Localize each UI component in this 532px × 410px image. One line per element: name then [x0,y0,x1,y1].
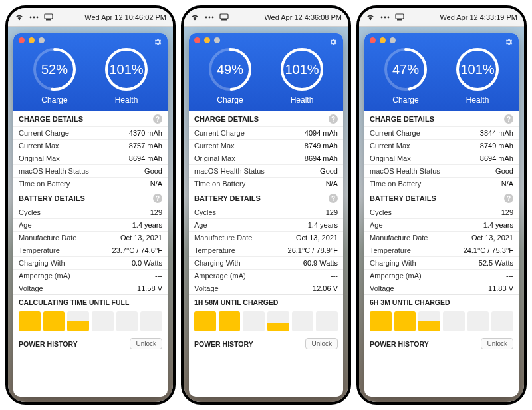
charge-ring: 47% [382,46,429,93]
more-icon[interactable] [29,15,39,19]
detail-row: macOS Health StatusGood [364,164,519,177]
history-bar [116,311,138,331]
svg-point-11 [212,16,214,18]
health-percent: 101% [279,46,325,93]
health-percent: 101% [454,46,501,93]
svg-point-9 [205,16,207,18]
history-bar [19,311,41,331]
charge-status: CALCULATING TIME UNTIL FULL [13,294,168,309]
details-scroll[interactable]: CHARGE DETAILS? Current Charge3844 mAhCu… [364,111,519,397]
detail-row: Manufacture DateOct 13, 2021 [189,231,343,244]
wifi-icon[interactable] [366,13,375,21]
app-window: 52% Charge 101% Health CHARGE DETAILS? C… [13,33,168,397]
detail-row: Current Max8757 mAh [13,139,168,152]
charge-ring: 52% [31,46,78,93]
battery-details-header: BATTERY DETAILS? [13,190,168,206]
svg-point-1 [33,16,35,18]
more-icon[interactable] [205,15,214,19]
help-icon[interactable]: ? [153,194,162,203]
gear-icon[interactable] [504,37,513,49]
unlock-button[interactable]: Unlock [130,338,162,349]
wifi-icon[interactable] [15,13,24,21]
help-icon[interactable]: ? [153,114,162,124]
display-icon[interactable] [395,13,404,21]
detail-row: Current Charge3844 mAh [364,126,519,139]
help-icon[interactable]: ? [329,114,338,124]
menubar: Wed Apr 12 4:36:08 PM [184,8,348,27]
svg-rect-22 [397,19,402,21]
details-scroll[interactable]: CHARGE DETAILS? Current Charge4094 mAhCu… [189,111,343,397]
history-bar [418,311,440,331]
unlock-button[interactable]: Unlock [481,338,513,349]
minimize-icon[interactable] [29,37,35,43]
detail-row: Temperature26.1°C / 78.9°F [189,244,343,256]
wifi-icon[interactable] [190,13,200,21]
minimize-icon[interactable] [380,37,386,43]
menubar: Wed Apr 12 4:33:19 PM [359,8,524,27]
history-bars [13,309,168,335]
svg-point-0 [30,16,32,18]
health-ring: 101% [103,46,150,93]
menubar-clock: Wed Apr 12 4:33:19 PM [440,13,517,21]
help-icon[interactable]: ? [329,194,338,203]
power-history-label: POWER HISTORY [194,340,253,348]
zoom-icon[interactable] [390,37,396,43]
detail-row: Current Max8749 mAh [364,139,519,152]
detail-row: Voltage11.58 V [13,282,168,294]
history-bars [364,309,519,335]
app-window: 47% Charge 101% Health CHARGE DETAILS? C… [364,33,519,397]
detail-row: Amperage (mA)--- [13,269,168,282]
power-history-label: POWER HISTORY [370,340,429,348]
detail-row: Cycles129 [189,206,343,218]
detail-row: Original Max8694 mAh [189,152,343,164]
charge-details-header: CHARGE DETAILS? [189,111,343,126]
help-icon[interactable]: ? [504,194,513,203]
detail-row: Charging With60.9 Watts [189,256,343,269]
charge-percent: 47% [382,46,429,93]
detail-row: Age1.4 years [189,218,343,231]
history-bar [316,311,338,331]
window-header: 47% Charge 101% Health [364,33,519,111]
detail-row: Original Max8694 mAh [364,152,519,164]
display-icon[interactable] [219,13,229,21]
traffic-lights[interactable] [194,37,338,43]
detail-row: Amperage (mA)--- [189,269,343,282]
traffic-lights[interactable] [19,37,162,43]
history-bar [92,311,114,331]
device-frame: Wed Apr 12 10:46:02 PM 52% Charge [5,5,176,405]
charge-details-header: CHARGE DETAILS? [13,111,168,126]
history-bar [394,311,416,331]
health-ring: 101% [454,46,501,93]
minimize-icon[interactable] [204,37,210,43]
unlock-button[interactable]: Unlock [305,338,338,349]
more-icon[interactable] [380,15,390,19]
zoom-icon[interactable] [39,37,45,43]
close-icon[interactable] [19,37,25,43]
detail-row: Temperature24.1°C / 75.3°F [364,244,519,256]
gear-icon[interactable] [153,37,162,49]
charge-label: Charge [41,95,67,104]
detail-row: Age1.4 years [364,218,519,231]
menubar-clock: Wed Apr 12 4:36:08 PM [264,13,342,21]
zoom-icon[interactable] [214,37,220,43]
detail-row: Temperature23.7°C / 74.6°F [13,244,168,256]
close-icon[interactable] [370,37,376,43]
detail-row: Age1.4 years [13,218,168,231]
display-icon[interactable] [44,13,53,21]
svg-rect-13 [221,19,227,21]
help-icon[interactable]: ? [504,114,513,124]
charge-percent: 49% [207,46,253,93]
detail-row: Original Max8694 mAh [13,152,168,164]
traffic-lights[interactable] [370,37,513,43]
svg-point-18 [381,16,383,18]
charge-label: Charge [392,95,418,104]
svg-rect-3 [45,14,53,19]
charge-label: Charge [217,95,243,104]
charge-status: 1H 58M UNTIL CHARGED [189,294,343,309]
details-scroll[interactable]: CHARGE DETAILS? Current Charge4370 mAhCu… [13,111,168,397]
detail-row: Current Charge4094 mAh [189,126,343,139]
battery-details-header: BATTERY DETAILS? [364,190,519,206]
close-icon[interactable] [194,37,200,43]
gear-icon[interactable] [329,37,338,49]
menubar-clock: Wed Apr 12 10:46:02 PM [84,13,166,21]
